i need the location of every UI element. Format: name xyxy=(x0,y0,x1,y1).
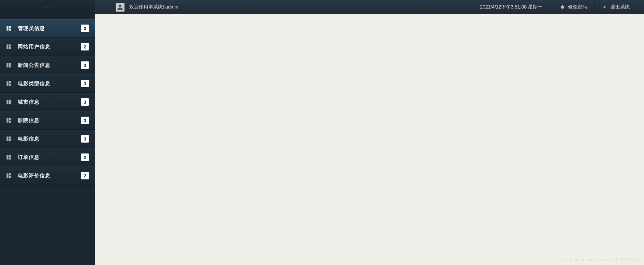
handle-dot-icon xyxy=(50,6,53,8)
sidebar-item-8[interactable]: 电影评价信息2 xyxy=(0,166,95,185)
datetime-display: 2021/4/12下午3:51:08 星期一 xyxy=(480,4,552,10)
svg-rect-23 xyxy=(9,158,11,160)
sidebar-item-2[interactable]: 新闻公告信息3 xyxy=(0,56,95,74)
svg-rect-25 xyxy=(9,173,11,175)
handle-dot-icon xyxy=(43,6,45,8)
sidebar-item-label: 影院信息 xyxy=(18,117,81,124)
gear-icon xyxy=(560,5,565,10)
svg-rect-20 xyxy=(9,139,11,141)
svg-rect-24 xyxy=(6,173,8,178)
grid-icon xyxy=(6,173,12,178)
svg-rect-16 xyxy=(9,118,11,120)
svg-rect-13 xyxy=(9,100,11,102)
sidebar-item-label: 电影类型信息 xyxy=(18,80,81,87)
sidebar-item-label: 电影评价信息 xyxy=(18,173,81,179)
sidebar-item-0[interactable]: 管理员信息3 xyxy=(0,19,95,38)
svg-rect-11 xyxy=(9,84,11,86)
svg-rect-1 xyxy=(9,26,11,28)
sidebar-item-3[interactable]: 电影类型信息3 xyxy=(0,74,95,93)
svg-rect-26 xyxy=(9,176,11,178)
svg-rect-12 xyxy=(6,100,8,104)
sidebar: 管理员信息3网站用户信息2新闻公告信息3电影类型信息3城市信息3影院信息3电影信… xyxy=(0,0,95,265)
svg-rect-6 xyxy=(6,63,8,67)
app-container: 管理员信息3网站用户信息2新闻公告信息3电影类型信息3城市信息3影院信息3电影信… xyxy=(0,0,644,265)
sidebar-item-5[interactable]: 影院信息3 xyxy=(0,111,95,130)
logout-arrow-icon xyxy=(602,5,607,10)
svg-rect-5 xyxy=(9,47,11,49)
welcome-text: 欢迎使用本系统! admin xyxy=(129,4,178,10)
svg-rect-3 xyxy=(6,44,8,49)
svg-rect-14 xyxy=(9,102,11,104)
svg-rect-4 xyxy=(9,44,11,46)
logout-label: 退出系统 xyxy=(611,4,630,10)
sidebar-item-label: 管理员信息 xyxy=(18,25,81,32)
grid-icon xyxy=(6,99,12,105)
svg-rect-18 xyxy=(6,136,8,141)
sidebar-item-6[interactable]: 电影信息3 xyxy=(0,130,95,148)
sidebar-item-label: 城市信息 xyxy=(18,99,81,105)
topbar-right: 2021/4/12下午3:51:08 星期一 修改密码 退出系统 xyxy=(480,0,637,14)
sidebar-item-badge: 2 xyxy=(81,43,89,50)
svg-rect-9 xyxy=(6,81,8,86)
svg-rect-8 xyxy=(9,65,11,68)
handle-dot-icon xyxy=(47,6,49,8)
svg-rect-2 xyxy=(9,29,11,31)
svg-rect-22 xyxy=(9,155,11,157)
grid-icon xyxy=(6,154,12,160)
svg-rect-19 xyxy=(9,136,11,138)
sidebar-menu: 管理员信息3网站用户信息2新闻公告信息3电影类型信息3城市信息3影院信息3电影信… xyxy=(0,14,95,265)
sidebar-item-badge: 2 xyxy=(81,172,89,179)
sidebar-drag-handle[interactable] xyxy=(0,0,95,14)
sidebar-item-label: 新闻公告信息 xyxy=(18,62,81,69)
content-area: https://blog.csdn.net/weixin_39709134 xyxy=(95,14,644,265)
svg-rect-10 xyxy=(9,81,11,83)
grid-icon xyxy=(6,136,12,142)
sidebar-item-4[interactable]: 城市信息3 xyxy=(0,93,95,111)
sidebar-item-label: 电影信息 xyxy=(18,136,81,142)
grid-icon xyxy=(6,62,12,68)
sidebar-item-badge: 3 xyxy=(81,80,89,87)
svg-rect-15 xyxy=(6,118,8,122)
svg-rect-21 xyxy=(6,155,8,159)
sidebar-item-badge: 3 xyxy=(81,117,89,124)
sidebar-item-badge: 3 xyxy=(81,98,89,106)
grid-icon xyxy=(6,44,12,49)
watermark-text: https://blog.csdn.net/weixin_39709134 xyxy=(564,257,639,262)
sidebar-item-label: 订单信息 xyxy=(18,154,81,161)
svg-rect-7 xyxy=(9,63,11,65)
sidebar-item-badge: 3 xyxy=(81,135,89,143)
main-area: 欢迎使用本系统! admin 2021/4/12下午3:51:08 星期一 修改… xyxy=(95,0,644,265)
sidebar-item-1[interactable]: 网站用户信息2 xyxy=(0,38,95,56)
sidebar-item-badge: 2 xyxy=(81,153,89,161)
logout-button[interactable]: 退出系统 xyxy=(595,0,637,14)
change-password-label: 修改密码 xyxy=(568,4,587,10)
svg-rect-17 xyxy=(9,121,11,123)
grid-icon xyxy=(6,26,12,31)
change-password-button[interactable]: 修改密码 xyxy=(552,0,595,14)
topbar: 欢迎使用本系统! admin 2021/4/12下午3:51:08 星期一 修改… xyxy=(95,0,644,14)
grid-icon xyxy=(6,81,12,86)
user-avatar-icon xyxy=(116,3,125,12)
topbar-left: 欢迎使用本系统! admin xyxy=(116,3,178,12)
sidebar-item-label: 网站用户信息 xyxy=(18,44,81,50)
sidebar-item-badge: 3 xyxy=(81,61,89,69)
sidebar-item-badge: 3 xyxy=(81,25,89,32)
sidebar-item-7[interactable]: 订单信息2 xyxy=(0,148,95,166)
grid-icon xyxy=(6,118,12,123)
svg-rect-0 xyxy=(6,26,8,30)
